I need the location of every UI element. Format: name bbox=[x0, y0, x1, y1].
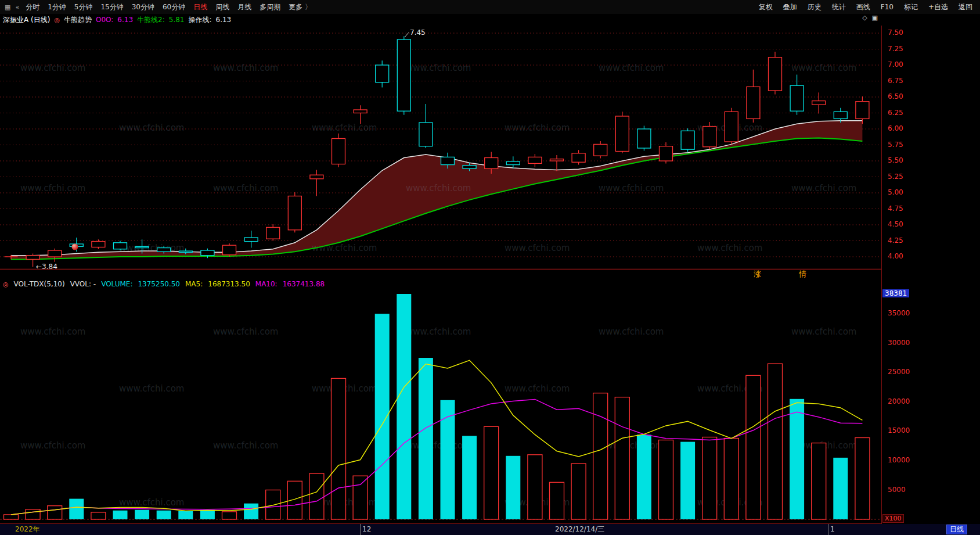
volume-bar-down bbox=[680, 442, 695, 519]
volume-header: ◎ VOL-TDX(5,10) VVOL: - VOLUME: 1375250.… bbox=[0, 279, 980, 289]
volume-bar-up bbox=[353, 476, 368, 519]
bull-bear-label: 牛熊线2: bbox=[137, 15, 165, 25]
volume-bar-up bbox=[615, 397, 629, 519]
toolbar-action-7[interactable]: 标记 bbox=[899, 2, 923, 12]
candle-body bbox=[506, 161, 520, 165]
volume-tick-30000: 30000 bbox=[888, 339, 910, 347]
price-tick-6.75: 6.75 bbox=[888, 77, 903, 85]
watermark-text: www.cfchi.com bbox=[599, 326, 664, 337]
collapse-icon[interactable]: « bbox=[13, 3, 21, 11]
grid-layout-icon[interactable]: ▦ bbox=[2, 3, 13, 11]
price-tick-5.50: 5.50 bbox=[888, 156, 903, 164]
price-chart[interactable]: www.cfchi.comwww.cfchi.comwww.cfchi.comw… bbox=[0, 26, 881, 270]
low-price-annotation: ←3.84 bbox=[36, 263, 57, 270]
period-tab-8[interactable]: 周线 bbox=[211, 2, 233, 12]
volume-bar-down bbox=[178, 511, 193, 519]
toolbar-action-4[interactable]: 统计 bbox=[827, 2, 851, 12]
watermark-text: www.cfchi.com bbox=[20, 183, 85, 193]
candle-body bbox=[92, 242, 105, 247]
volume-bar-down bbox=[397, 294, 411, 519]
main-chart-row: www.cfchi.comwww.cfchi.comwww.cfchi.comw… bbox=[0, 26, 980, 270]
toolbar-action-2[interactable]: 叠加 bbox=[778, 2, 802, 12]
ma10-value: 1637413.88 bbox=[283, 280, 325, 288]
price-tick-4.00: 4.00 bbox=[888, 252, 903, 260]
volume-chart[interactable]: www.cfchi.comwww.cfchi.comwww.cfchi.comw… bbox=[0, 289, 881, 524]
volume-bar-up bbox=[702, 437, 717, 520]
volume-bar-up bbox=[4, 515, 19, 519]
candle-body bbox=[463, 166, 476, 169]
window-icon[interactable]: ▣ bbox=[872, 14, 878, 21]
candle-body bbox=[856, 102, 869, 119]
dividend-marker-ball bbox=[72, 244, 78, 250]
price-axis: 7.507.257.006.756.506.256.005.755.505.25… bbox=[881, 26, 980, 270]
toolbar-action-1[interactable]: 复权 bbox=[754, 2, 778, 12]
candle-body bbox=[747, 87, 760, 119]
marker-row-axis-stub bbox=[881, 270, 980, 279]
volume-indicator-name[interactable]: VOL-TDX(5,10) bbox=[14, 280, 65, 288]
watermark-text: www.cfchi.com bbox=[312, 243, 377, 253]
volume-bar-up bbox=[332, 378, 346, 519]
candle-body bbox=[48, 250, 62, 257]
candle-body bbox=[397, 40, 410, 111]
watermark-text: www.cfchi.com bbox=[406, 440, 471, 451]
candle-body bbox=[594, 144, 607, 156]
volume-bar-up bbox=[266, 490, 280, 520]
volume-bar-down bbox=[113, 511, 128, 519]
indicator-icon[interactable]: ◎ bbox=[54, 16, 60, 24]
period-tab-5[interactable]: 30分钟 bbox=[128, 2, 158, 12]
volume-tick-10000: 10000 bbox=[888, 456, 910, 464]
candle-body bbox=[244, 238, 258, 242]
period-tab-4[interactable]: 15分钟 bbox=[96, 2, 127, 12]
operate-label: 操作线: bbox=[188, 15, 211, 25]
toolbar-action-6[interactable]: F10 bbox=[875, 3, 899, 11]
toolbar-action-9[interactable]: 返回 bbox=[953, 2, 978, 12]
price-tick-4.75: 4.75 bbox=[888, 204, 903, 213]
period-tab-2[interactable]: 1分钟 bbox=[44, 2, 70, 12]
period-tab-1[interactable]: 分时 bbox=[21, 2, 44, 12]
bull-bear-value: 5.81 bbox=[169, 16, 185, 24]
candle-body bbox=[790, 85, 804, 111]
toolbar-action-5[interactable]: 画线 bbox=[851, 2, 875, 12]
price-tick-5.75: 5.75 bbox=[888, 141, 903, 149]
candle-body bbox=[572, 153, 585, 162]
watermark-text: www.cfchi.com bbox=[119, 383, 184, 394]
watermark-text: www.cfchi.com bbox=[406, 326, 471, 337]
volume-bar-up bbox=[593, 393, 608, 519]
month-marker: 12 bbox=[360, 524, 371, 535]
indicator-name[interactable]: 牛熊趋势 bbox=[64, 15, 92, 25]
volume-unit-label: X100 bbox=[882, 514, 904, 523]
candle-body bbox=[615, 116, 629, 152]
watermark-text: www.cfchi.com bbox=[406, 183, 471, 193]
period-tab-11[interactable]: 更多 〉 bbox=[284, 2, 316, 12]
volume-tick-25000: 25000 bbox=[888, 368, 910, 376]
volume-max-badge: 38381 bbox=[882, 289, 909, 297]
period-tab-9[interactable]: 月线 bbox=[233, 2, 255, 12]
volume-bar-up bbox=[812, 443, 826, 519]
volume-indicator-icon[interactable]: ◎ bbox=[3, 281, 9, 288]
candle-body bbox=[419, 123, 433, 146]
marker-zhang: 涨 bbox=[754, 270, 761, 279]
watermark-text: www.cfchi.com bbox=[20, 63, 85, 73]
watermark-text: www.cfchi.com bbox=[791, 63, 856, 73]
volume-chart-row: www.cfchi.comwww.cfchi.comwww.cfchi.comw… bbox=[0, 289, 980, 524]
price-tick-6.50: 6.50 bbox=[888, 92, 903, 100]
period-tab-3[interactable]: 5分钟 bbox=[70, 2, 97, 12]
watermark-text: www.cfchi.com bbox=[791, 183, 856, 193]
year-label: 2022年 bbox=[15, 524, 40, 535]
volume-bar-down bbox=[441, 400, 455, 519]
period-button[interactable]: 日线 bbox=[946, 525, 967, 534]
stock-title: 深振业A (日线) bbox=[3, 15, 50, 25]
toolbar-action-8[interactable]: +自选 bbox=[923, 2, 953, 12]
watermark-text: www.cfchi.com bbox=[505, 123, 570, 133]
period-tab-6[interactable]: 60分钟 bbox=[158, 2, 189, 12]
price-tick-6.25: 6.25 bbox=[888, 109, 903, 117]
candle-body bbox=[637, 129, 651, 148]
period-tab-10[interactable]: 多周期 bbox=[255, 2, 284, 12]
watermark-text: www.cfchi.com bbox=[119, 497, 184, 508]
diamond-icon[interactable]: ◇ bbox=[862, 14, 867, 21]
toolbar-actions: 复权叠加历史统计画线F10标记+自选返回 bbox=[754, 2, 978, 12]
volume-tick-20000: 20000 bbox=[888, 397, 910, 405]
volume-bar-up bbox=[746, 375, 761, 519]
toolbar-action-3[interactable]: 历史 bbox=[802, 2, 827, 12]
period-tab-7[interactable]: 日线 bbox=[189, 2, 211, 12]
